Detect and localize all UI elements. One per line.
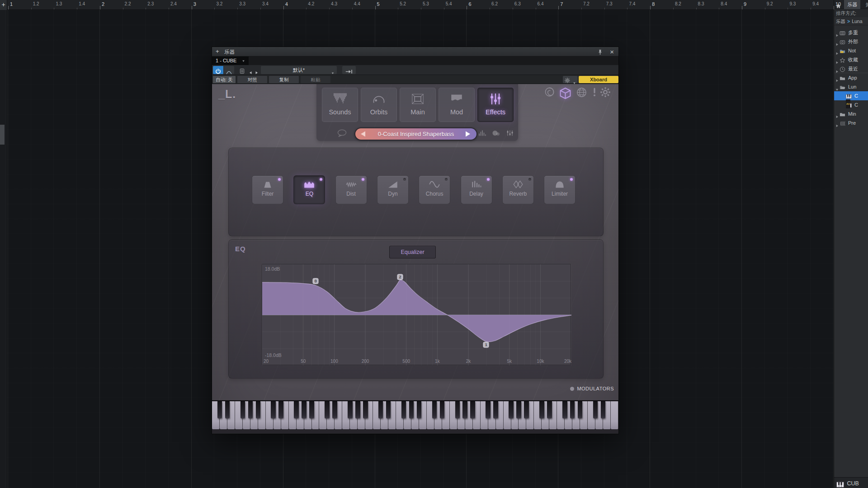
swirl-icon[interactable] [544, 87, 555, 97]
effect-button-dyn[interactable]: Dyn [377, 175, 409, 204]
next-preset-icon[interactable] [254, 66, 260, 74]
piano-black-key[interactable] [539, 401, 544, 418]
piano-black-key[interactable] [516, 401, 521, 418]
piano-black-key[interactable] [378, 401, 383, 418]
paste-button[interactable]: 粘贴 [301, 76, 330, 83]
effect-button-chorus[interactable]: Chorus [419, 175, 450, 204]
copy-button[interactable]: 复制 [269, 76, 299, 83]
piano-black-key[interactable] [355, 401, 360, 418]
piano-black-key[interactable] [248, 401, 253, 418]
piano-black-key[interactable] [417, 401, 422, 418]
eq-band-node[interactable]: 1 [483, 342, 489, 348]
effect-button-eq[interactable]: EQ [293, 175, 325, 204]
piano-black-key[interactable] [593, 401, 598, 418]
cube-icon[interactable] [559, 87, 572, 100]
spectrum-icon[interactable] [478, 130, 486, 138]
speech-bubble-icon[interactable] [337, 129, 347, 137]
preset-previous-arrow-icon[interactable] [360, 131, 367, 137]
browser-item[interactable]: Not [834, 46, 868, 55]
piano-black-key[interactable] [486, 401, 491, 418]
effect-button-filter[interactable]: Filter [252, 175, 283, 204]
piano-black-key[interactable] [401, 401, 406, 418]
collapsed-arrow-icon[interactable] [834, 118, 840, 130]
piano-black-key[interactable] [386, 401, 391, 418]
breadcrumb[interactable]: 乐器>Luna [834, 17, 868, 25]
eq-band-node[interactable]: 2 [397, 274, 403, 280]
preset-list-icon[interactable] [237, 66, 246, 74]
breadcrumb-root[interactable]: 乐器 [836, 19, 845, 24]
piano-black-key[interactable] [562, 401, 567, 418]
piano-black-key[interactable] [570, 401, 575, 418]
effect-button-dist[interactable]: Dist [335, 175, 367, 204]
preset-pill[interactable]: 0-Coast Inspired Shaperbass [354, 127, 477, 141]
breadcrumb-current[interactable]: Luna [852, 19, 862, 24]
piano-black-key[interactable] [578, 401, 583, 418]
effect-button-reverb[interactable]: Reverb [502, 175, 534, 204]
plugin-tab-mod[interactable]: Mod [439, 88, 475, 122]
window-titlebar[interactable]: + 乐器 × [212, 47, 618, 56]
piano-black-key[interactable] [455, 401, 460, 418]
piano-black-key[interactable] [363, 401, 368, 418]
piano-black-key[interactable] [470, 401, 475, 418]
eq-curve-display[interactable]: 18.0dB -18.0dB 20501002005001k2k5k10k20k… [262, 264, 571, 365]
effect-button-limiter[interactable]: Limiter [544, 175, 576, 204]
previous-preset-icon[interactable] [247, 66, 254, 74]
piano-black-key[interactable] [547, 401, 552, 418]
piano-black-key[interactable] [462, 401, 467, 418]
piano-black-key[interactable] [241, 401, 245, 418]
channel-tab[interactable]: 1 - CUBE [212, 56, 249, 65]
preset-next-arrow-icon[interactable] [465, 131, 472, 137]
settings-dropdown[interactable] [563, 76, 578, 83]
alert-icon[interactable] [592, 87, 597, 97]
browser-item[interactable]: Pre [834, 118, 868, 127]
compare-button[interactable]: 对照 [237, 76, 267, 83]
automation-button[interactable]: 自动: 关 [213, 76, 236, 83]
instrument-footer[interactable]: CUB [834, 477, 868, 488]
piano-black-key[interactable] [225, 401, 230, 418]
browser-item[interactable]: 最近 [834, 64, 868, 73]
eq-band-node[interactable]: 0 [313, 278, 319, 284]
timeline-ruler[interactable]: + 11.21.31.422.22.32.433.23.33.444.24.34… [0, 0, 834, 10]
preset-dropdown[interactable]: 默认* [261, 66, 337, 74]
piano-black-key[interactable] [256, 401, 261, 418]
xboard-button[interactable]: Xboard [579, 76, 618, 83]
blob-icon[interactable] [492, 130, 500, 138]
piano-black-key[interactable] [325, 401, 330, 418]
piano-black-key[interactable] [432, 401, 437, 418]
pin-icon[interactable] [597, 49, 603, 55]
routing-icon[interactable] [342, 66, 356, 74]
browser-item[interactable]: 多重 [834, 28, 868, 37]
piano-black-key[interactable] [302, 401, 307, 418]
piano-black-key[interactable] [278, 401, 283, 418]
bypass-curve-button[interactable] [224, 66, 234, 74]
equalizer-type-button[interactable]: Equalizer [389, 246, 436, 258]
piano-white-key[interactable] [611, 401, 618, 429]
piano-black-key[interactable] [348, 401, 353, 418]
piano-black-key[interactable] [217, 401, 222, 418]
piano-black-key[interactable] [271, 401, 276, 418]
piano-black-key[interactable] [440, 401, 445, 418]
piano-black-key[interactable] [309, 401, 314, 418]
browser-item[interactable]: 收藏 [834, 55, 868, 64]
gear-icon[interactable] [600, 87, 611, 98]
chevron-down-icon[interactable] [242, 56, 245, 65]
piano-black-key[interactable] [524, 401, 529, 418]
browser-item[interactable]: AUC [834, 100, 868, 109]
add-track-button[interactable]: + [0, 0, 7, 10]
piano-black-key[interactable] [332, 401, 337, 418]
piano-black-key[interactable] [601, 401, 606, 418]
modulators-toggle[interactable]: MODULATORS [570, 386, 614, 391]
close-icon[interactable]: × [610, 47, 614, 56]
plugin-tab-orbits[interactable]: Orbits [361, 88, 397, 122]
piano-black-key[interactable] [409, 401, 414, 418]
plugin-tab-main[interactable]: Main [400, 88, 436, 122]
globe-icon[interactable] [576, 87, 587, 98]
browser-item[interactable]: App [834, 73, 868, 82]
piano-black-key[interactable] [493, 401, 498, 418]
browser-item[interactable]: 外部 [834, 37, 868, 46]
browser-item[interactable]: Lun [834, 82, 868, 91]
browser-tab-instruments[interactable]: 乐器 [844, 0, 860, 9]
browser-item[interactable]: C [834, 91, 868, 100]
browser-item[interactable]: Min [834, 109, 868, 118]
plugin-tab-sounds[interactable]: Sounds [322, 88, 358, 122]
